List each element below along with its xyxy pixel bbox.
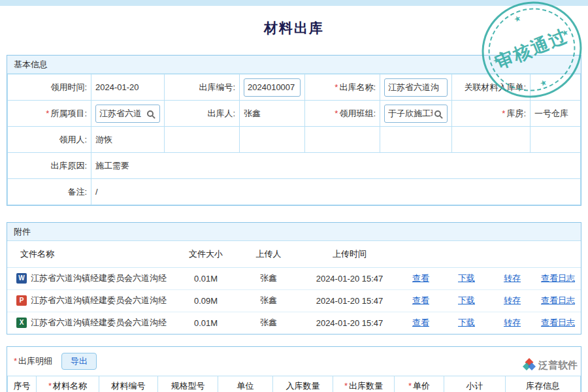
col-spec: 规格型号 (158, 376, 218, 392)
empty-cell (380, 127, 452, 153)
export-button[interactable]: 导出 (61, 353, 97, 370)
file-size: 0.01M (176, 312, 236, 334)
upload-time: 2024-01-20 15:47 (301, 312, 398, 334)
fanpu-logo-icon (523, 358, 536, 373)
outbound-no-input[interactable]: 2024010007 (244, 78, 301, 97)
view-log-link[interactable]: 查看日志 (541, 318, 575, 327)
search-icon[interactable] (434, 110, 441, 117)
view-link[interactable]: 查看 (412, 295, 429, 305)
attachments-header: 附件 (7, 223, 581, 241)
file-name: 江苏省六道沟镇经建委员会六道沟经 (31, 317, 167, 329)
attachments-table: 文件名称 文件大小 上传人 上传时间 W江苏省六道沟镇经建委员会六道沟经 0.0… (7, 241, 581, 334)
receiver-value: 游恢 (91, 127, 165, 153)
col-action (444, 241, 489, 267)
view-link[interactable]: 查看 (412, 273, 429, 283)
transfer-link[interactable]: 转存 (504, 273, 521, 283)
outbound-name-label: *出库名称: (305, 74, 380, 101)
detail-section-title: *出库明细 (14, 355, 52, 367)
col-uploader: 上传人 (236, 241, 301, 267)
upload-time: 2024-01-20 15:47 (301, 267, 398, 289)
brand-name: 泛普软件 (538, 359, 578, 372)
empty-cell (240, 127, 305, 153)
col-action (398, 241, 444, 267)
attachments-panel: 附件 文件名称 文件大小 上传人 上传时间 W江苏省六道沟镇经建委员会六道沟经 … (7, 222, 581, 335)
receive-team-input[interactable]: 于子欣施工班 (384, 105, 448, 123)
empty-cell (305, 127, 380, 153)
file-name: 江苏省六道沟镇经建委员会六道沟经 (31, 272, 167, 284)
page-title: 材料出库 (0, 19, 588, 37)
ppt-file-icon: P (16, 295, 27, 306)
upload-time: 2024-01-20 15:47 (301, 289, 398, 312)
view-link[interactable]: 查看 (412, 318, 429, 327)
uploader: 张鑫 (236, 289, 301, 312)
basic-info-header: 基本信息 (7, 56, 581, 74)
col-action (535, 241, 581, 267)
file-name: 江苏省六道沟镇经建委员会六道沟经 (31, 295, 167, 306)
related-inbound-label: 关联材料入库单: (452, 74, 531, 101)
col-unit-price: *单价 (395, 376, 444, 392)
attachments-header-row: 文件名称 文件大小 上传人 上传时间 (7, 241, 581, 267)
related-inbound-value (531, 74, 581, 101)
word-file-icon: W (16, 273, 27, 284)
outbound-no-label: 出库编号: (165, 74, 240, 101)
col-seq: 序号 (8, 376, 37, 392)
col-material-no: 材料编号 (99, 376, 158, 392)
excel-file-icon: X (16, 318, 27, 328)
attachment-row: X江苏省六道沟镇经建委员会六道沟经 0.01M 张鑫 2024-01-20 15… (7, 312, 581, 334)
col-upload-time: 上传时间 (301, 241, 398, 267)
download-link[interactable]: 下载 (458, 295, 475, 305)
empty-cell (165, 127, 240, 153)
attachment-row: W江苏省六道沟镇经建委员会六道沟经 0.01M 张鑫 2024-01-20 15… (7, 267, 581, 289)
col-outbound-qty: *出库数量 (333, 376, 395, 392)
outbound-name-input[interactable]: 江苏省六道沟 (384, 78, 448, 97)
receive-team-label: *领用班组: (305, 101, 380, 127)
top-bar (0, 0, 588, 6)
download-link[interactable]: 下载 (458, 273, 475, 283)
col-stock-info: 库存信息 (506, 376, 581, 392)
remark-label: 备注: (8, 179, 91, 205)
view-log-link[interactable]: 查看日志 (541, 295, 575, 305)
warehouse-value: 一号仓库 (531, 101, 581, 127)
receiver-label: 领用人: (8, 127, 91, 153)
view-log-link[interactable]: 查看日志 (541, 273, 575, 283)
receive-time-label: 领用时间: (8, 74, 91, 101)
basic-info-panel: 基本信息 领用时间: 2024-01-20 出库编号: 2024010007 *… (7, 55, 581, 206)
warehouse-label: *库房: (452, 101, 531, 127)
outbound-detail-panel: *出库明细 导出 序号 *材料名称 材料编号 规格型号 单位 入库数量 *出库数… (7, 346, 581, 392)
empty-cell (452, 127, 531, 153)
project-label: *所属项目: (8, 101, 91, 127)
attachment-row: P江苏省六道沟镇经建委员会六道沟经 0.09M 张鑫 2024-01-20 15… (7, 289, 581, 312)
basic-info-table: 领用时间: 2024-01-20 出库编号: 2024010007 *出库名称:… (7, 74, 581, 205)
receive-time-value: 2024-01-20 (91, 74, 165, 101)
brand-logo: 泛普软件 (523, 358, 578, 373)
empty-cell (531, 127, 581, 153)
search-icon[interactable] (147, 110, 154, 117)
project-input[interactable]: 江苏省六道 (95, 105, 160, 123)
col-action (489, 241, 535, 267)
reason-label: 出库原因: (8, 153, 91, 179)
outbound-person-value: 张鑫 (240, 101, 305, 127)
col-file-name: 文件名称 (7, 241, 176, 267)
outbound-person-label: 出库人: (165, 101, 240, 127)
uploader: 张鑫 (236, 312, 301, 334)
col-subtotal: 小计 (444, 376, 506, 392)
remark-value: / (91, 179, 581, 205)
file-size: 0.09M (176, 289, 236, 312)
download-link[interactable]: 下载 (458, 318, 475, 327)
detail-header-row: 序号 *材料名称 材料编号 规格型号 单位 入库数量 *出库数量 *单价 小计 … (8, 376, 581, 392)
col-material-name: *材料名称 (37, 376, 99, 392)
file-size: 0.01M (176, 267, 236, 289)
uploader: 张鑫 (236, 267, 301, 289)
detail-table: 序号 *材料名称 材料编号 规格型号 单位 入库数量 *出库数量 *单价 小计 … (7, 376, 581, 392)
col-inbound-qty: 入库数量 (273, 376, 333, 392)
transfer-link[interactable]: 转存 (504, 318, 521, 327)
transfer-link[interactable]: 转存 (504, 295, 521, 305)
col-file-size: 文件大小 (176, 241, 236, 267)
col-unit: 单位 (218, 376, 273, 392)
reason-value: 施工需要 (91, 153, 581, 179)
